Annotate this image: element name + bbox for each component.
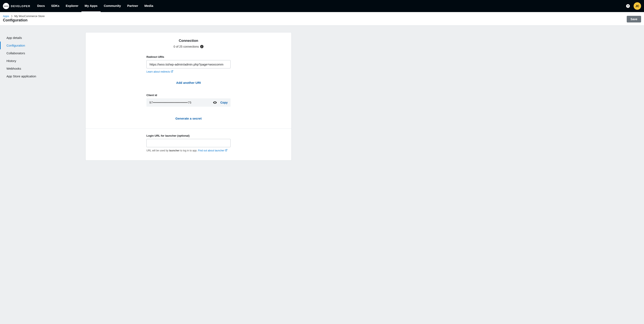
redirect-block: Redirect URIs Learn about redirects Add … bbox=[146, 55, 230, 84]
find-out-launcher-text: Find out about launcher bbox=[198, 149, 224, 152]
launcher-label: Login URL for launcher (optional) bbox=[146, 134, 230, 137]
eye-icon[interactable] bbox=[213, 100, 217, 105]
client-id-block: Client id 97••••••••••••••••••••••••••••… bbox=[146, 94, 230, 120]
header-left: Apps ❯ My WooCommerce Store Configuratio… bbox=[3, 14, 44, 22]
sidebar-item-app-store[interactable]: App Store application bbox=[0, 72, 86, 80]
connection-section: Connection 0 of 25 connections i Redirec… bbox=[86, 32, 292, 129]
client-id-row: 97•••••••••••••••••••••••••••••75 Copy bbox=[146, 98, 230, 107]
page-body: App details Configuration Collaborators … bbox=[0, 25, 644, 169]
nav-my-apps[interactable]: My Apps bbox=[82, 0, 100, 12]
sidebar-item-configuration[interactable]: Configuration bbox=[0, 42, 86, 49]
breadcrumb-apps-link[interactable]: Apps bbox=[3, 14, 9, 18]
top-nav: xero DEVELOPER Docs SDKs Explorer My App… bbox=[0, 0, 644, 12]
nav-explorer[interactable]: Explorer bbox=[62, 0, 82, 12]
generate-secret-button[interactable]: Generate a secret bbox=[146, 117, 230, 120]
launcher-url-input[interactable] bbox=[146, 139, 230, 147]
launcher-hint-post: to log in to app. bbox=[180, 149, 198, 152]
nav-docs[interactable]: Docs bbox=[34, 0, 48, 12]
launcher-hint: URL will be used by launcher to log in t… bbox=[146, 149, 230, 152]
sidebar-item-collaborators[interactable]: Collaborators bbox=[0, 49, 86, 57]
nav-partner[interactable]: Partner bbox=[124, 0, 142, 12]
launcher-hint-bold: launcher bbox=[169, 149, 180, 152]
learn-redirects-link[interactable]: Learn about redirects bbox=[146, 70, 173, 73]
svg-line-0 bbox=[172, 70, 173, 72]
breadcrumb-current: My WooCommerce Store bbox=[14, 14, 45, 18]
sidebar-item-app-details[interactable]: App details bbox=[0, 34, 86, 42]
client-id-value: 97•••••••••••••••••••••••••••••75 bbox=[149, 101, 210, 104]
connection-count: 0 of 25 connections i bbox=[86, 45, 292, 48]
save-button[interactable]: Save bbox=[627, 16, 641, 22]
sidebar-item-history[interactable]: History bbox=[0, 57, 86, 65]
find-out-launcher-link[interactable]: Find out about launcher bbox=[198, 149, 228, 152]
launcher-hint-pre: URL will be used by bbox=[146, 149, 169, 152]
brand-text: DEVELOPER bbox=[11, 4, 30, 8]
brand[interactable]: xero DEVELOPER bbox=[3, 3, 30, 9]
client-id-label: Client id bbox=[146, 94, 230, 97]
add-another-uri-button[interactable]: Add another URI bbox=[146, 81, 230, 84]
sidebar-item-webhooks[interactable]: Webhooks bbox=[0, 65, 86, 72]
nav-sdks[interactable]: SDKs bbox=[48, 0, 62, 12]
nav-items: Docs SDKs Explorer My Apps Community Par… bbox=[34, 0, 156, 12]
sub-header: Apps ❯ My WooCommerce Store Configuratio… bbox=[0, 12, 644, 25]
nav-media[interactable]: Media bbox=[141, 0, 156, 12]
brand-logo: xero bbox=[3, 3, 9, 9]
svg-line-1 bbox=[226, 149, 227, 150]
breadcrumb: Apps ❯ My WooCommerce Store bbox=[3, 14, 44, 18]
external-link-icon bbox=[171, 70, 173, 73]
redirect-label: Redirect URIs bbox=[146, 55, 230, 58]
nav-community[interactable]: Community bbox=[100, 0, 124, 12]
copy-button[interactable]: Copy bbox=[220, 101, 228, 104]
launcher-block: Login URL for launcher (optional) URL wi… bbox=[146, 134, 230, 152]
redirect-uri-input[interactable] bbox=[146, 60, 230, 68]
avatar[interactable]: JC bbox=[634, 2, 641, 10]
learn-redirects-text: Learn about redirects bbox=[146, 70, 170, 73]
external-link-icon bbox=[225, 149, 228, 152]
help-icon[interactable]: ? bbox=[626, 4, 630, 8]
info-icon[interactable]: i bbox=[200, 45, 204, 48]
sidebar: App details Configuration Collaborators … bbox=[0, 32, 86, 161]
config-card: Connection 0 of 25 connections i Redirec… bbox=[86, 32, 292, 161]
nav-right: ? JC bbox=[626, 2, 641, 10]
page-title: Configuration bbox=[3, 18, 44, 22]
launcher-section: Login URL for launcher (optional) URL wi… bbox=[86, 129, 292, 160]
chevron-right-icon: ❯ bbox=[11, 15, 13, 17]
connection-title: Connection bbox=[86, 39, 292, 43]
connection-count-text: 0 of 25 connections bbox=[174, 45, 199, 48]
